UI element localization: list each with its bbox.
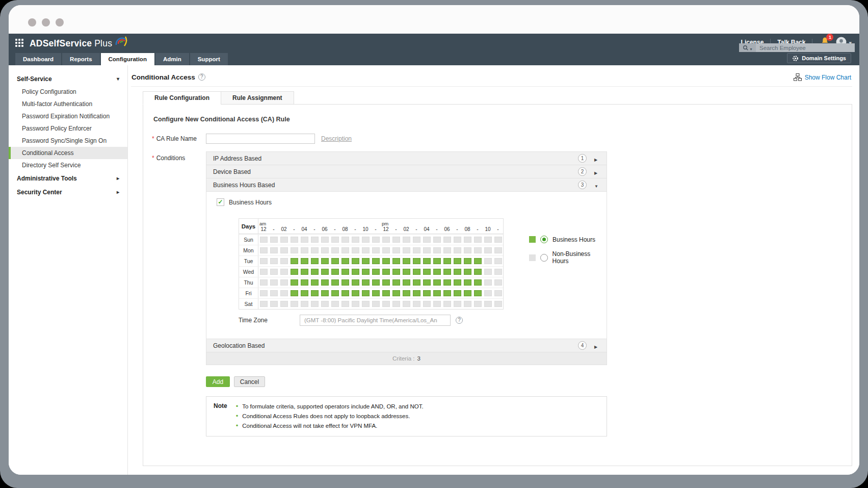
hour-cell[interactable] [391,288,401,298]
hour-cell[interactable] [483,299,493,309]
hour-cell[interactable] [493,288,503,298]
window-dot-icon[interactable] [42,18,50,27]
hour-cell[interactable] [401,235,411,245]
hour-cell[interactable] [422,267,432,277]
hour-cell[interactable] [309,267,320,277]
hour-cell[interactable] [472,288,483,298]
sidebar-item-password-sync-single-sign-on[interactable]: Password Sync/Single Sign On [9,135,127,147]
hour-cell[interactable] [493,256,503,266]
hour-cell[interactable] [381,245,391,255]
domain-settings-button[interactable]: Domain Settings [787,53,851,63]
hour-cell[interactable] [309,245,320,255]
hour-cell[interactable] [472,277,483,288]
hour-cell[interactable] [422,299,432,309]
sidebar-section-administrative-tools[interactable]: Administrative Tools [9,171,127,185]
tab-rule-assignment[interactable]: Rule Assignment [221,91,294,105]
hour-cell[interactable] [442,267,452,277]
hour-cell[interactable] [320,235,330,245]
hour-cell[interactable] [360,267,371,277]
hour-cell[interactable] [452,235,462,245]
hour-cell[interactable] [472,299,483,309]
hour-cell[interactable] [330,267,340,277]
hour-cell[interactable] [320,245,330,255]
hour-cell[interactable] [279,299,289,309]
hour-cell[interactable] [462,267,472,277]
hour-cell[interactable] [371,288,381,298]
hour-cell[interactable] [391,245,401,255]
hour-cell[interactable] [320,299,330,309]
hour-cell[interactable] [340,235,350,245]
hour-cell[interactable] [371,245,381,255]
hour-cell[interactable] [432,267,442,277]
hour-cell[interactable] [279,245,289,255]
hour-cell[interactable] [411,288,422,298]
hour-cell[interactable] [422,256,432,266]
hour-cell[interactable] [330,277,340,288]
sidebar-item-policy-configuration[interactable]: Policy Configuration [9,86,127,98]
hour-cell[interactable] [289,288,299,298]
hour-cell[interactable] [401,288,411,298]
hour-cell[interactable] [493,267,503,277]
hour-cell[interactable] [279,235,289,245]
nav-tab-configuration[interactable]: Configuration [101,53,154,65]
hour-cell[interactable] [493,277,503,288]
hour-cell[interactable] [330,235,340,245]
hour-cell[interactable] [258,288,269,298]
hour-cell[interactable] [299,288,309,298]
hour-cell[interactable] [371,267,381,277]
hour-cell[interactable] [442,235,452,245]
hour-cell[interactable] [330,288,340,298]
hour-cell[interactable] [452,277,462,288]
hour-cell[interactable] [330,299,340,309]
hour-cell[interactable] [258,256,269,266]
hour-cell[interactable] [371,235,381,245]
hour-cell[interactable] [381,277,391,288]
hour-cell[interactable] [279,277,289,288]
hour-cell[interactable] [401,256,411,266]
hour-cell[interactable] [472,235,483,245]
hour-cell[interactable] [309,277,320,288]
hour-cell[interactable] [269,235,279,245]
hour-cell[interactable] [411,299,422,309]
hour-cell[interactable] [381,256,391,266]
hour-cell[interactable] [320,277,330,288]
hour-cell[interactable] [483,245,493,255]
hour-cell[interactable] [309,235,320,245]
hour-cell[interactable] [462,288,472,298]
hour-cell[interactable] [289,235,299,245]
hour-cell[interactable] [320,288,330,298]
hour-cell[interactable] [401,245,411,255]
hour-cell[interactable] [340,267,350,277]
hour-cell[interactable] [320,267,330,277]
hour-cell[interactable] [401,267,411,277]
hour-cell[interactable] [360,299,371,309]
hour-cell[interactable] [258,235,269,245]
hour-cell[interactable] [483,256,493,266]
hour-cell[interactable] [269,277,279,288]
expand-arrow-icon[interactable] [594,167,600,176]
business-hours-radio[interactable] [540,236,548,243]
accordion-business-hours-based[interactable]: Business Hours Based 3 [206,178,607,192]
hour-cell[interactable] [422,245,432,255]
accordion-geolocation-based[interactable]: Geolocation Based 4 [206,339,607,352]
nav-tab-admin[interactable]: Admin [155,53,189,65]
hour-cell[interactable] [350,299,360,309]
hour-cell[interactable] [411,235,422,245]
hour-cell[interactable] [269,288,279,298]
sidebar-item-directory-self-service[interactable]: Directory Self Service [9,159,127,171]
hour-cell[interactable] [411,267,422,277]
hour-cell[interactable] [452,245,462,255]
hour-cell[interactable] [432,299,442,309]
hour-cell[interactable] [269,256,279,266]
ca-rule-name-input[interactable] [206,134,315,144]
hour-cell[interactable] [391,256,401,266]
hour-cell[interactable] [350,256,360,266]
hour-cell[interactable] [371,299,381,309]
nav-tab-support[interactable]: Support [190,53,228,65]
hour-cell[interactable] [452,299,462,309]
hour-cell[interactable] [299,245,309,255]
sidebar-item-password-policy-enforcer[interactable]: Password Policy Enforcer [9,122,127,135]
hour-cell[interactable] [411,277,422,288]
accordion-ip-address-based[interactable]: IP Address Based 1 [206,152,607,165]
hour-cell[interactable] [432,256,442,266]
